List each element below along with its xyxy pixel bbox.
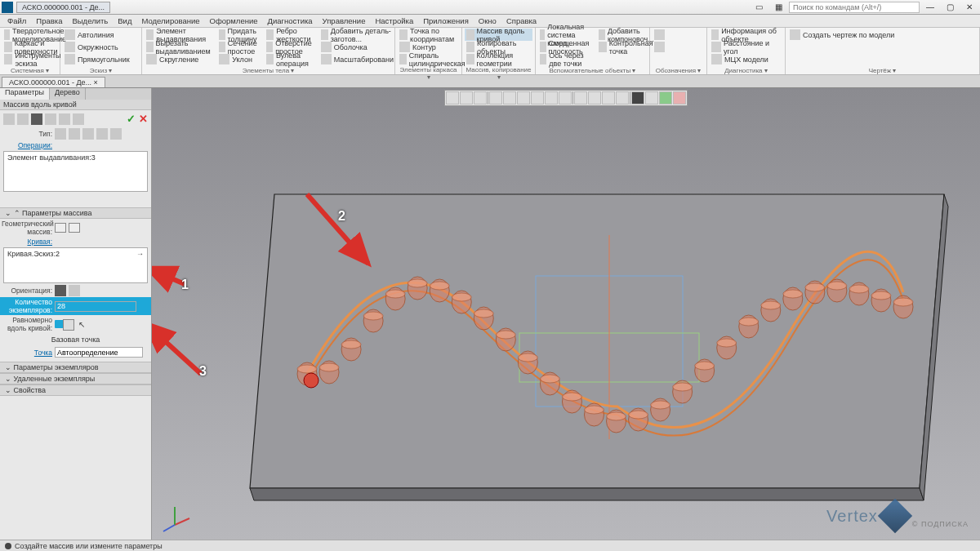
rb-rectangle[interactable]: Прямоугольник (63, 53, 131, 65)
rb-scale[interactable]: Масштабировани (319, 53, 395, 65)
section-pattern-params[interactable]: ⌃ Параметры массива (0, 207, 151, 219)
panel-tool-icon[interactable] (17, 113, 29, 125)
menu-help[interactable]: Справка (502, 16, 541, 26)
svg-point-59 (871, 291, 891, 300)
vp-tool-icon[interactable] (602, 91, 615, 104)
orient-option-icon[interactable] (55, 285, 66, 296)
operations-link[interactable]: Операции: (2, 141, 52, 149)
section-properties[interactable]: Свойства (0, 384, 151, 396)
rb-axis[interactable]: Ось через две точки (538, 53, 595, 65)
geo-array-toggle[interactable] (69, 223, 80, 233)
point-input[interactable] (55, 347, 143, 358)
cancel-button[interactable]: ✕ (139, 113, 148, 125)
vp-tool-icon[interactable] (503, 91, 516, 104)
menu-modeling[interactable]: Моделирование (137, 16, 203, 26)
window-grid-icon[interactable]: ▦ (769, 2, 787, 13)
rb-shell[interactable]: Оболочка (319, 41, 395, 53)
vp-tool-icon[interactable] (460, 91, 473, 104)
window-group-icon[interactable]: ▭ (750, 2, 768, 13)
rb-autoline[interactable]: Автолиния (63, 29, 131, 41)
panel-tab-tree[interactable]: Дерево (50, 88, 86, 100)
menu-view[interactable]: Вид (114, 16, 136, 26)
rb-circle[interactable]: Окружность (63, 41, 131, 53)
vp-tool-icon[interactable] (446, 91, 459, 104)
curve-item[interactable]: Кривая.Эскиз:2 (7, 250, 60, 258)
type-icon[interactable] (110, 128, 122, 140)
menu-manage[interactable]: Управление (318, 16, 370, 26)
vp-tool-icon[interactable] (574, 91, 587, 104)
svg-point-31 (562, 393, 581, 401)
minimize-button[interactable]: — (921, 2, 939, 13)
rb-create-drawing[interactable]: Создать чертеж по модели (788, 29, 896, 41)
menu-window[interactable]: Окно (474, 16, 501, 26)
rb-section[interactable]: Сечение простое (217, 41, 263, 53)
rb-fillet[interactable]: Скругление (145, 53, 216, 65)
close-button[interactable]: ✕ (960, 2, 978, 13)
panel-tool-icon[interactable] (3, 113, 15, 125)
rb-geom-collection[interactable]: Коллекция геометрии (465, 53, 532, 65)
rb-mass-props[interactable]: МЦХ модели (710, 53, 782, 65)
menu-select[interactable]: Выделить (68, 16, 112, 26)
vp-tool-icon[interactable] (531, 91, 544, 104)
arrow-icon[interactable]: → (136, 250, 144, 258)
svg-point-11 (341, 340, 361, 349)
panel-tab-parameters[interactable]: Параметры (0, 88, 50, 100)
menu-edit[interactable]: Правка (32, 16, 66, 26)
annotation-number-2: 2 (338, 209, 345, 224)
operation-item[interactable]: Элемент выдавливания:3 (7, 153, 96, 162)
type-icon[interactable] (55, 128, 66, 140)
count-input[interactable] (55, 301, 136, 312)
vp-tool-icon[interactable] (645, 91, 658, 104)
svg-point-9 (319, 363, 339, 371)
menu-file[interactable]: Файл (3, 16, 30, 26)
axis-gizmo[interactable] (158, 500, 191, 533)
command-search-input[interactable] (789, 2, 920, 13)
section-deleted-instances[interactable]: Удаленные экземпляры (0, 373, 151, 384)
rb-ann-1[interactable] (653, 29, 666, 41)
ribbon-group-label: Обозначения ▾ (653, 66, 704, 74)
vp-tool-icon[interactable] (588, 91, 601, 104)
rb-helix[interactable]: Спираль цилиндрическая (398, 53, 470, 65)
type-icon[interactable] (82, 128, 94, 140)
vp-filter-icon[interactable] (631, 91, 644, 104)
panel-tool-icon[interactable] (73, 113, 84, 125)
document-title-tab[interactable]: АСКО.000000.001 - Де... (16, 2, 110, 13)
vp-tool-icon[interactable] (474, 91, 487, 104)
panel-tool-icon[interactable] (45, 113, 56, 125)
menu-apps[interactable]: Приложения (419, 16, 473, 26)
viewport-3d[interactable]: 1 2 3 Vertex © ПОДПИСКА (152, 88, 980, 540)
rb-ann-2[interactable] (653, 41, 666, 53)
vp-tool-icon[interactable] (545, 91, 558, 104)
curve-list[interactable]: Кривая.Эскиз:2 → (3, 247, 148, 283)
maximize-button[interactable]: ▢ (941, 2, 959, 13)
point-link[interactable]: Точка (2, 349, 52, 357)
section-instance-params[interactable]: Параметры экземпляров (0, 362, 151, 373)
rb-draft[interactable]: Уклон (217, 53, 263, 65)
menu-diagnostics[interactable]: Диагностика (264, 16, 317, 26)
vp-confirm-icon[interactable] (659, 91, 672, 104)
orient-option-icon[interactable] (69, 285, 80, 296)
geo-array-toggle[interactable] (55, 223, 66, 233)
panel-tool-icon[interactable] (59, 113, 70, 125)
document-tab[interactable]: АСКО.000000.001 - Де... × (2, 77, 105, 87)
svg-point-51 (783, 290, 803, 298)
even-toggle[interactable] (55, 320, 74, 328)
vp-cancel-icon[interactable] (673, 91, 686, 104)
rb-point[interactable]: Точка по координатам (398, 29, 470, 41)
vp-tool-icon[interactable] (489, 91, 502, 104)
rb-cut-extrude[interactable]: Вырезать выдавливанием (145, 41, 216, 53)
curve-link[interactable]: Кривая: (2, 238, 52, 246)
confirm-button[interactable]: ✓ (127, 113, 136, 125)
type-icon[interactable] (96, 128, 108, 140)
vp-tool-icon[interactable] (616, 91, 629, 104)
rb-distance[interactable]: Расстояние и угол (710, 41, 782, 53)
vp-tool-icon[interactable] (517, 91, 530, 104)
rb-boolean[interactable]: Булева операция (265, 53, 317, 65)
operations-list[interactable]: Элемент выдавливания:3 (3, 151, 148, 192)
rb-add-part[interactable]: Добавить деталь-заготов... (319, 29, 395, 41)
menu-formatting[interactable]: Оформление (206, 16, 262, 26)
type-icon[interactable] (69, 128, 80, 140)
panel-tool-icon[interactable] (31, 113, 42, 125)
vp-tool-icon[interactable] (559, 91, 572, 104)
menu-settings[interactable]: Настройка (371, 16, 417, 26)
